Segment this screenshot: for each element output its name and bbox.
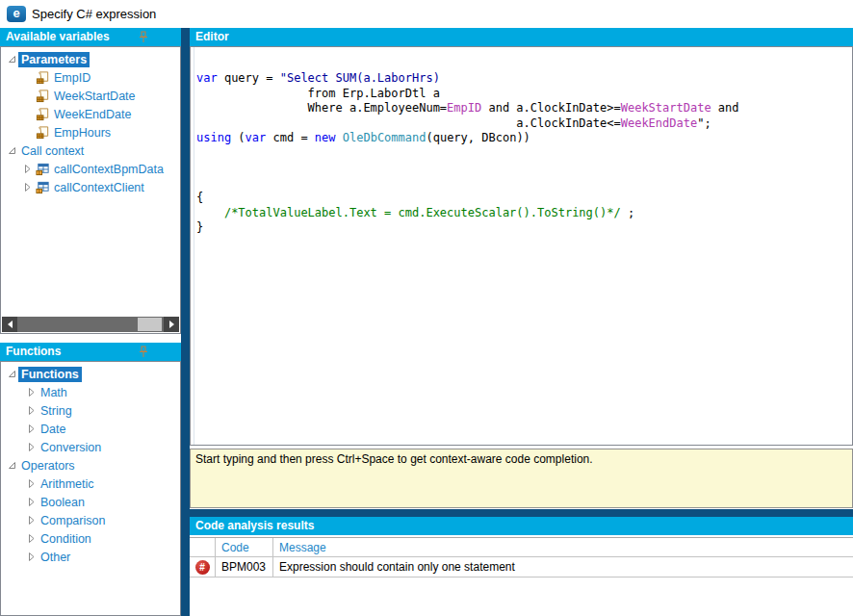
tree-item-label: Operators <box>18 458 78 474</box>
horizontal-splitter[interactable] <box>190 509 853 517</box>
code-line: from Erp.LaborDtl a <box>196 87 850 102</box>
scrollbar-thumb[interactable] <box>138 318 162 331</box>
code-token: "; <box>697 116 711 130</box>
code-token: "Select SUM(a.LaborHrs) <box>280 71 440 85</box>
code-token: Where a.EmployeeNum= <box>196 101 447 115</box>
collapsed-icon[interactable] <box>24 497 38 507</box>
table-icon <box>34 162 51 176</box>
code-token: var <box>196 71 218 85</box>
collapsed-icon[interactable] <box>24 533 38 544</box>
code-token: new <box>315 131 336 144</box>
code-token: cmd = <box>266 131 315 144</box>
expanded-icon[interactable] <box>5 460 18 471</box>
tree-item-parameters[interactable]: Parameters <box>1 50 180 68</box>
code-line <box>196 146 850 162</box>
tree-item-callcontextclient[interactable]: callContextClient <box>1 178 180 196</box>
grid-header-severity[interactable] <box>190 538 216 556</box>
tree-item-label: Parameters <box>18 52 90 67</box>
collapsed-icon[interactable] <box>20 164 34 174</box>
analysis-result-row[interactable]: #BPM003Expression should contain only on… <box>190 557 853 578</box>
functions-title: Functions <box>6 345 61 358</box>
tree-item-label: Other <box>38 550 73 565</box>
tree-item-conversion[interactable]: Conversion <box>1 438 180 456</box>
code-token: { <box>196 191 203 204</box>
collapsed-icon[interactable] <box>24 405 38 416</box>
tree-item-label: Functions <box>18 367 82 382</box>
code-line: a.ClockInDate<=WeekEndDate"; <box>196 116 850 132</box>
code-token: and <box>711 101 739 115</box>
available-variables-tree: ParametersEmpIDWeekStartDateWeekEndDateE… <box>1 47 180 196</box>
error-icon: # <box>195 560 210 575</box>
pushpin-icon[interactable] <box>139 31 148 43</box>
tree-item-label: EmpID <box>51 70 93 86</box>
functions-tree: FunctionsMathStringDateConversionOperato… <box>1 362 180 566</box>
tree-item-other[interactable]: Other <box>1 548 180 566</box>
tree-item-functions[interactable]: Functions <box>1 365 180 383</box>
tree-item-boolean[interactable]: Boolean <box>1 493 180 511</box>
editor-header: Editor <box>190 28 853 46</box>
tree-item-label: Arithmetic <box>38 476 97 492</box>
completion-hint: Start typing and then press Ctrl+Space t… <box>190 449 853 508</box>
available-variables-title: Available variables <box>6 30 110 43</box>
tree-item-condition[interactable]: Condition <box>1 529 180 548</box>
collapsed-icon[interactable] <box>20 182 34 192</box>
tree-item-label: callContextBpmData <box>51 162 167 177</box>
tree-item-emphours[interactable]: EmpHours <box>1 123 180 141</box>
tree-item-label: Math <box>38 385 70 400</box>
grid-header-message[interactable]: Message <box>273 538 853 556</box>
grid-header-code[interactable]: Code <box>216 538 273 556</box>
tree-item-math[interactable]: Math <box>1 383 180 401</box>
collapsed-icon[interactable] <box>24 515 38 526</box>
tree-item-weekenddate[interactable]: WeekEndDate <box>1 105 180 123</box>
tree-item-date[interactable]: Date <box>1 420 180 438</box>
variables-horizontal-scrollbar[interactable] <box>2 317 179 332</box>
vertical-splitter[interactable] <box>181 28 190 616</box>
code-token: (query, DBcon)) <box>426 131 530 144</box>
expanded-icon[interactable] <box>5 369 18 379</box>
expanded-icon[interactable] <box>5 145 18 156</box>
pushpin-icon[interactable] <box>139 346 148 358</box>
available-variables-header: Available variables <box>0 28 181 46</box>
code-token: query = <box>218 71 280 85</box>
code-token: a.ClockInDate<= <box>196 116 621 130</box>
tree-item-operators[interactable]: Operators <box>1 456 180 475</box>
scroll-icon <box>34 125 51 140</box>
tree-item-string[interactable]: String <box>1 401 180 420</box>
collapsed-icon[interactable] <box>24 387 38 398</box>
collapsed-icon[interactable] <box>24 478 38 489</box>
tree-item-label: String <box>38 403 75 419</box>
code-line: Where a.EmployeeNum=EmpID and a.ClockInD… <box>196 101 850 116</box>
code-token: OleDbCommand <box>343 131 426 144</box>
code-editor[interactable]: var query = "Select SUM(a.LaborHrs) from… <box>190 46 853 446</box>
specify-csharp-expression-dialog: e Specify C# expression Available variab… <box>0 0 853 616</box>
tree-item-label: callContextClient <box>51 180 147 195</box>
code-token: /*TotalValueLabel.Text = cmd.ExecuteScal… <box>224 206 621 219</box>
code-token: ; <box>621 206 634 219</box>
code-token: WeekStartDate <box>621 101 711 115</box>
code-line: var query = "Select SUM(a.LaborHrs) <box>196 71 850 87</box>
scroll-right-icon[interactable] <box>164 317 179 332</box>
collapsed-icon[interactable] <box>24 442 38 452</box>
scroll-icon <box>34 107 51 121</box>
code-line: using (var cmd = new OleDbCommand(query,… <box>196 131 850 146</box>
tree-item-empid[interactable]: EmpID <box>1 68 180 87</box>
code-token: using <box>196 131 231 144</box>
code-line: } <box>196 220 850 236</box>
tree-item-arithmetic[interactable]: Arithmetic <box>1 475 180 493</box>
collapsed-icon[interactable] <box>24 424 38 434</box>
editor-selection-margin <box>194 47 194 445</box>
code-token: ( <box>231 131 245 144</box>
title-bar: e Specify C# expression <box>0 0 853 28</box>
code-line <box>196 176 850 192</box>
tree-item-weekstartdate[interactable]: WeekStartDate <box>1 87 180 105</box>
code-text: var query = "Select SUM(a.LaborHrs) from… <box>196 71 850 236</box>
scroll-left-icon[interactable] <box>2 317 17 332</box>
tree-item-call-context[interactable]: Call context <box>1 141 180 160</box>
tree-item-callcontextbpmdata[interactable]: callContextBpmData <box>1 160 180 178</box>
collapsed-icon[interactable] <box>24 552 38 562</box>
code-token: and a.ClockInDate>= <box>481 101 621 115</box>
functions-panel: FunctionsMathStringDateConversionOperato… <box>0 361 181 616</box>
tree-item-comparison[interactable]: Comparison <box>1 511 180 529</box>
code-analysis-title: Code analysis results <box>195 519 314 532</box>
expanded-icon[interactable] <box>5 54 18 64</box>
